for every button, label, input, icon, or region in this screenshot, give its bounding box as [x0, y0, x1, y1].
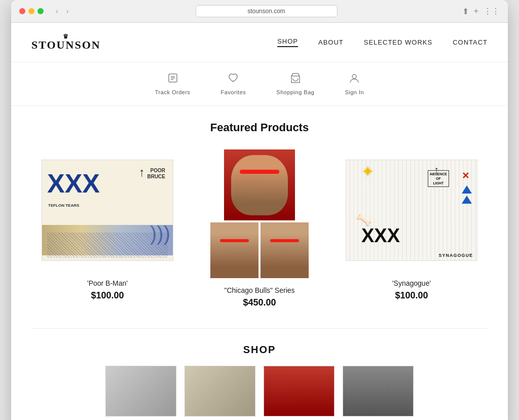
shop-thumb-1[interactable]: [105, 366, 176, 416]
favorites-nav[interactable]: Favorites: [221, 72, 246, 95]
shop-thumb-face-3: [264, 366, 334, 416]
featured-title: Featured Products: [31, 121, 488, 134]
product-poor-bman-name: 'Poor B-Man': [87, 279, 128, 287]
shopping-bag-icon: [290, 72, 301, 86]
shop-thumb-4[interactable]: [343, 366, 414, 416]
synagogue-art: ✦ ↑ ABSENCEOFLIGHT ✕ XXX 🦴 SYNAGOGUE: [346, 160, 477, 261]
shop-section-title: SHOP: [31, 344, 488, 356]
browser-actions: ⬆ + ⋮⋮: [462, 7, 500, 16]
bone-symbol: 🦴: [355, 212, 373, 229]
poor-bman-art: XXX ↑ POORBRUCE TEFLON TEARS ))): [42, 160, 173, 261]
product-poor-bman-price: $100.00: [91, 290, 124, 301]
logo-text: STOUNSON: [31, 39, 101, 51]
favorites-label: Favorites: [221, 89, 246, 95]
arrow-up: ↑: [139, 165, 145, 179]
shop-section: SHOP: [31, 328, 488, 416]
shop-thumb-art-1: [106, 366, 176, 416]
top-nav: ♛ STOUNSON SHOP ABOUT SELECTED WORKS CON…: [11, 23, 508, 62]
xxx-letters: XXX: [47, 170, 100, 197]
shop-thumb-3[interactable]: [264, 366, 335, 416]
teflon-tears-text: TEFLON TEARS: [48, 203, 79, 208]
shop-thumb-art-2: [185, 366, 255, 416]
sign-in-label: Sign In: [345, 89, 364, 95]
address-bar-wrap: stounson.com: [77, 5, 456, 17]
track-orders-label: Track Orders: [155, 89, 191, 95]
face-top-detail: [231, 155, 288, 215]
nav-shop[interactable]: SHOP: [277, 37, 298, 47]
face-sm-detail-2: [261, 222, 309, 278]
minimize-button[interactable]: [28, 8, 34, 14]
bulls-series-art: [209, 149, 310, 278]
absence-text: ABSENCEOFLIGHT: [428, 170, 449, 187]
face-sm-detail-1: [210, 222, 258, 278]
traffic-lights: [19, 8, 44, 14]
shop-thumb-face-4: [343, 366, 413, 416]
blue-triangles: [462, 185, 472, 204]
poor-bruce-text: POORBRUCE: [147, 168, 165, 180]
shop-thumb-2[interactable]: [184, 366, 255, 416]
back-button[interactable]: ‹: [54, 6, 60, 16]
triangle-1: [462, 185, 472, 194]
synagogue-label-text: SYNAGOGUE: [438, 253, 473, 258]
shop-grid: [31, 366, 488, 416]
main-content: Featured Products XXX ↑ POORBRUCE TEFLON…: [11, 106, 508, 420]
new-tab-icon[interactable]: +: [474, 7, 478, 16]
products-grid: XXX ↑ POORBRUCE TEFLON TEARS ))) 'Poor B…: [31, 149, 488, 308]
triangle-2: [462, 196, 472, 204]
forward-button[interactable]: ›: [64, 6, 71, 16]
star-burst: ✦: [361, 163, 374, 180]
address-bar[interactable]: stounson.com: [196, 5, 338, 17]
bulls-face-small-2: [261, 222, 309, 278]
shopping-bag-nav[interactable]: Shopping Bag: [276, 72, 314, 95]
favorites-icon: [228, 72, 239, 86]
bulls-face-top: [224, 149, 295, 220]
sign-in-nav[interactable]: Sign In: [345, 72, 364, 95]
nav-about[interactable]: ABOUT: [318, 39, 344, 46]
site-logo[interactable]: ♛ STOUNSON: [31, 33, 101, 52]
nav-contact[interactable]: CONTACT: [453, 39, 488, 46]
product-bulls-price: $450.00: [243, 297, 276, 308]
product-synagogue-price: $100.00: [395, 290, 428, 301]
shopping-bag-label: Shopping Bag: [276, 89, 314, 95]
product-poor-bman-image: XXX ↑ POORBRUCE TEFLON TEARS ))): [36, 149, 178, 271]
product-synagogue-name: 'Synagogue': [392, 279, 431, 287]
product-chicago-bulls[interactable]: "Chicago Bulls" Series $450.00: [189, 149, 330, 308]
sign-in-icon: [349, 72, 360, 86]
nav-selected-works[interactable]: SELECTED WORKS: [364, 39, 432, 46]
bulls-top-image: [224, 149, 295, 220]
browser-chrome: ‹ › stounson.com ⬆ + ⋮⋮: [11, 0, 508, 23]
product-bulls-image: [189, 149, 330, 278]
close-button[interactable]: [19, 8, 25, 14]
secondary-nav: Track Orders Favorites S: [11, 62, 508, 106]
share-icon[interactable]: ⬆: [462, 7, 469, 16]
bulls-bottom-row: [210, 222, 309, 278]
scribble-detail: [47, 233, 168, 258]
main-nav: SHOP ABOUT SELECTED WORKS CONTACT: [277, 37, 488, 47]
track-orders-icon: [167, 72, 178, 86]
product-synagogue[interactable]: ✦ ↑ ABSENCEOFLIGHT ✕ XXX 🦴 SYNAGOGUE: [341, 149, 483, 308]
browser-controls: ‹ ›: [54, 6, 70, 16]
product-synagogue-image: ✦ ↑ ABSENCEOFLIGHT ✕ XXX 🦴 SYNAGOGUE: [341, 149, 483, 271]
red-x: ✕: [462, 170, 469, 181]
xxx-synagogue: XXX: [361, 226, 400, 245]
browser-window: ‹ › stounson.com ⬆ + ⋮⋮ ♛ STOUNSON SHOP …: [11, 0, 508, 420]
svg-point-4: [352, 74, 356, 79]
product-bulls-name: "Chicago Bulls" Series: [224, 286, 294, 294]
product-poor-bman[interactable]: XXX ↑ POORBRUCE TEFLON TEARS ))) 'Poor B…: [36, 149, 178, 308]
site-content: ♛ STOUNSON SHOP ABOUT SELECTED WORKS CON…: [11, 23, 508, 420]
fullscreen-button[interactable]: [38, 8, 44, 14]
bulls-face-small-1: [210, 222, 258, 278]
track-orders-nav[interactable]: Track Orders: [155, 72, 191, 95]
grid-icon[interactable]: ⋮⋮: [484, 7, 500, 16]
